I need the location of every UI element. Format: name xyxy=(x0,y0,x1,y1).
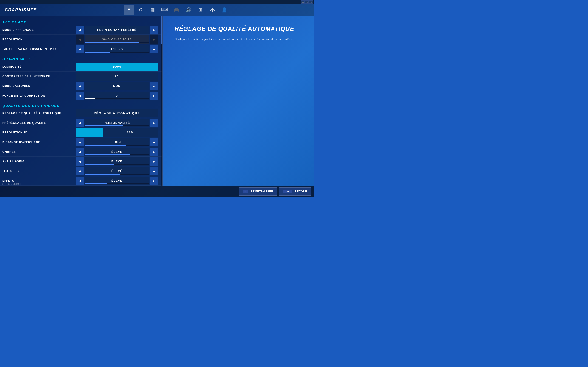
value-effets: ÉLEVÉ xyxy=(85,177,149,185)
control-res3d: 33% xyxy=(76,128,158,137)
setting-luminosite: LUMINOSITÉ 100% xyxy=(0,62,162,72)
label-taux-rafraichissement: TAUX DE RAFRAÎCHISSEMENT MAX xyxy=(2,48,76,51)
arrow-left-distance[interactable]: ◀ xyxy=(76,138,84,146)
label-contrastes: CONTRASTES DE L'INTERFACE xyxy=(2,75,76,78)
arrow-right-mode-affichage[interactable]: ▶ xyxy=(149,26,158,34)
label-mode-affichage: MODE D'AFFICHAGE xyxy=(2,28,76,31)
nav-account[interactable]: 👤 xyxy=(219,5,229,15)
value-antialiasing: ÉLEVÉ xyxy=(85,157,149,166)
value-mode-affichage: PLEIN ÉCRAN FENÊTRÉ xyxy=(85,26,149,34)
info-description: Configure les options graphiques automat… xyxy=(174,37,302,42)
close-button[interactable]: ✕ xyxy=(309,0,313,4)
arrow-left-textures[interactable]: ◀ xyxy=(76,167,84,175)
arrow-left-effets[interactable]: ◀ xyxy=(76,177,84,185)
value-prereglages: PERSONNALISÉ xyxy=(85,119,149,127)
window-controls: — □ ✕ xyxy=(301,0,314,4)
arrow-left-force[interactable]: ◀ xyxy=(76,92,84,100)
control-contrastes: x1 xyxy=(76,72,158,81)
value-daltonien: NON xyxy=(85,82,149,90)
control-reglage-auto: RÉGLAGE AUTOMATIQUE xyxy=(76,109,158,117)
nav-monitor[interactable]: 🖥 xyxy=(124,5,134,15)
section-qualite: QUALITÉ DES GRAPHISMES xyxy=(0,102,162,108)
label-reglage-auto: RÉGLAGE DE QUALITÉ AUTOMATIQUE xyxy=(2,112,76,115)
label-resolution: RÉSOLUTION xyxy=(2,38,76,41)
back-button[interactable]: ESC RETOUR xyxy=(279,187,311,196)
btn-reglage-auto[interactable]: RÉGLAGE AUTOMATIQUE xyxy=(76,109,158,117)
setting-prereglages: PRÉRÉGLAGES DE QUALITÉ ◀ PERSONNALISÉ ▶ xyxy=(0,118,162,128)
label-force-correction: FORCE DE LA CORRECTION xyxy=(2,94,76,97)
label-mode-daltonien: MODE DALTONIEN xyxy=(2,84,76,88)
value-contrastes[interactable]: x1 xyxy=(76,72,158,81)
scroll-thumb[interactable] xyxy=(161,16,162,44)
arrow-left-mode-affichage[interactable]: ◀ xyxy=(76,26,84,34)
arrow-left-prereglages[interactable]: ◀ xyxy=(76,119,84,127)
label-luminosite: LUMINOSITÉ xyxy=(2,65,76,68)
nav-network[interactable]: ⊞ xyxy=(195,5,206,15)
back-key: ESC xyxy=(283,190,292,193)
value-resolution: 3840 X 2400 16:10 xyxy=(85,35,149,44)
arrow-right-daltonien[interactable]: ▶ xyxy=(149,82,158,90)
setting-res3d: RÉSOLUTION 3D 33% xyxy=(0,128,162,137)
value-luminosite[interactable]: 100% xyxy=(76,63,158,71)
control-prereglages: ◀ PERSONNALISÉ ▶ xyxy=(76,119,158,127)
value-ombres: ÉLEVÉ xyxy=(85,148,149,156)
arrow-right-effets[interactable]: ▶ xyxy=(149,177,158,185)
scrollbar[interactable] xyxy=(161,16,162,186)
reinitialize-button[interactable]: R RÉINITIALISER xyxy=(239,187,277,196)
section-affichage: AFFICHAGE xyxy=(0,18,162,25)
nav-audio[interactable]: 🔊 xyxy=(183,5,194,15)
title-bar: — □ ✕ xyxy=(0,0,314,4)
nav-controller[interactable]: 🎮 xyxy=(172,5,182,15)
arrow-right-prereglages[interactable]: ▶ xyxy=(149,119,158,127)
app-title: GRAPHISMES xyxy=(5,8,37,12)
value-taux: 120 IPS xyxy=(85,45,149,53)
control-luminosite: 100% xyxy=(76,63,158,71)
value-res3d[interactable]: 33% xyxy=(76,128,158,137)
reinitialize-key: R xyxy=(242,190,248,193)
info-title: RÉGLAGE DE QUALITÉ AUTOMATIQUE xyxy=(174,25,302,32)
arrow-right-antialiasing[interactable]: ▶ xyxy=(149,157,158,166)
label-distance: DISTANCE D'AFFICHAGE xyxy=(2,141,76,144)
setting-textures: TEXTURES ◀ ÉLEVÉ ▶ xyxy=(0,166,162,176)
label-res3d: RÉSOLUTION 3D xyxy=(2,131,76,134)
arrow-left-resolution[interactable]: ◀ xyxy=(76,35,84,44)
control-mode-daltonien: ◀ NON ▶ xyxy=(76,82,158,90)
control-force-correction: ◀ 0 ▶ xyxy=(76,92,158,100)
setting-reglage-auto: RÉGLAGE DE QUALITÉ AUTOMATIQUE RÉGLAGE A… xyxy=(0,108,162,118)
value-distance: LOIN xyxy=(85,138,149,146)
nav-settings[interactable]: ⚙ xyxy=(136,5,146,15)
info-panel: RÉGLAGE DE QUALITÉ AUTOMATIQUE Configure… xyxy=(163,16,314,186)
label-antialiasing: ANTIALIASING xyxy=(2,160,76,163)
arrow-left-daltonien[interactable]: ◀ xyxy=(76,82,84,90)
arrow-right-distance[interactable]: ▶ xyxy=(149,138,158,146)
arrow-right-resolution[interactable]: ▶ xyxy=(149,35,158,44)
arrow-right-textures[interactable]: ▶ xyxy=(149,167,158,175)
control-textures: ◀ ÉLEVÉ ▶ xyxy=(76,167,158,175)
fps-counter: 81 FPS [↓ 78 | 95] xyxy=(2,183,21,185)
maximize-button[interactable]: □ xyxy=(305,0,309,4)
nav-gamepad[interactable]: 🕹 xyxy=(208,5,217,15)
setting-ombres: OMBRES ◀ ÉLEVÉ ▶ xyxy=(0,147,162,157)
back-label: RETOUR xyxy=(295,190,308,193)
setting-force-correction: FORCE DE LA CORRECTION ◀ 0 ▶ xyxy=(0,91,162,100)
arrow-right-taux[interactable]: ▶ xyxy=(149,45,158,53)
arrow-left-ombres[interactable]: ◀ xyxy=(76,148,84,156)
control-antialiasing: ◀ ÉLEVÉ ▶ xyxy=(76,157,158,166)
settings-panel: AFFICHAGE MODE D'AFFICHAGE ◀ PLEIN ÉCRAN… xyxy=(0,16,163,186)
arrow-right-force[interactable]: ▶ xyxy=(149,92,158,100)
arrow-right-ombres[interactable]: ▶ xyxy=(149,148,158,156)
minimize-button[interactable]: — xyxy=(301,0,304,4)
setting-effets: EFFETS ◀ ÉLEVÉ ▶ xyxy=(0,176,162,186)
setting-antialiasing: ANTIALIASING ◀ ÉLEVÉ ▶ xyxy=(0,157,162,166)
arrow-left-antialiasing[interactable]: ◀ xyxy=(76,157,84,166)
nav-keyboard[interactable]: ⌨ xyxy=(160,5,170,15)
nav-display[interactable]: ▦ xyxy=(148,5,158,15)
label-effets: EFFETS xyxy=(2,179,76,182)
control-effets: ◀ ÉLEVÉ ▶ xyxy=(76,177,158,185)
control-distance: ◀ LOIN ▶ xyxy=(76,138,158,146)
arrow-left-taux[interactable]: ◀ xyxy=(76,45,84,53)
control-resolution: ◀ 3840 X 2400 16:10 ▶ xyxy=(76,35,158,44)
setting-mode-affichage: MODE D'AFFICHAGE ◀ PLEIN ÉCRAN FENÊTRÉ ▶ xyxy=(0,25,162,35)
control-taux-rafraichissement: ◀ 120 IPS ▶ xyxy=(76,45,158,53)
value-textures: ÉLEVÉ xyxy=(85,167,149,175)
